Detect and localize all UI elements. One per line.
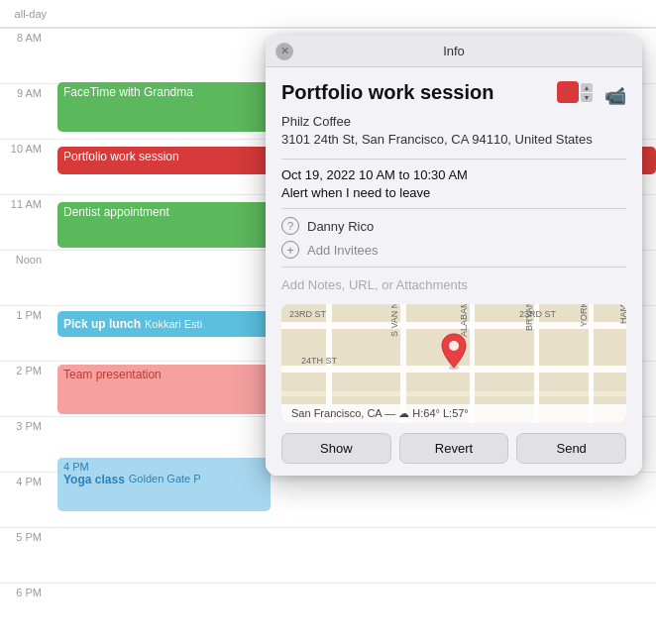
event-yoga-label: Yoga class bbox=[63, 473, 125, 486]
svg-point-11 bbox=[449, 341, 459, 351]
popup-header-label: Info bbox=[443, 44, 465, 58]
svg-rect-1 bbox=[281, 322, 626, 329]
time-label-5pm: 5 PM bbox=[0, 531, 50, 543]
time-label-6pm: 6 PM bbox=[0, 587, 50, 598]
map-label-van-ness: S VAN NES bbox=[389, 304, 399, 337]
time-row-6pm: 6 PM bbox=[0, 583, 656, 638]
event-dentist-label: Dentist appointment bbox=[63, 205, 169, 219]
popup-actions: ▲ ▼ 📹 bbox=[557, 81, 626, 107]
stepper-arrows[interactable]: ▲ ▼ bbox=[581, 83, 593, 102]
popup-close-button[interactable]: ✕ bbox=[275, 43, 293, 60]
add-invitees-icon: + bbox=[281, 241, 299, 259]
all-day-label: all-day bbox=[0, 8, 55, 20]
revert-button[interactable]: Revert bbox=[399, 433, 509, 464]
event-dentist[interactable]: Dentist appointment bbox=[57, 202, 271, 248]
popup-footer: Show Revert Send bbox=[266, 423, 642, 476]
map-label-bryant: BRYANT ST bbox=[524, 304, 534, 331]
event-team[interactable]: Team presentation bbox=[57, 365, 271, 414]
location-address: 3101 24th St, San Francisco, CA 94110, U… bbox=[281, 131, 593, 149]
location-name: Philz Coffee bbox=[281, 113, 593, 131]
send-button[interactable]: Send bbox=[516, 433, 626, 464]
divider-1 bbox=[281, 159, 626, 160]
popup-body: Portfolio work session ▲ ▼ 📹 Philz Coffe… bbox=[266, 67, 642, 423]
time-label-1pm: 1 PM bbox=[0, 309, 50, 321]
map-pin bbox=[440, 332, 468, 374]
alert-row: Alert when I need to leave bbox=[281, 185, 626, 200]
datetime-row: Oct 19, 2022 10 AM to 10:30 AM bbox=[281, 167, 626, 182]
time-label-noon: Noon bbox=[0, 254, 50, 266]
event-color-swatch bbox=[557, 81, 579, 103]
event-yoga-sublabel: Golden Gate P bbox=[129, 473, 201, 486]
time-label-8am: 8 AM bbox=[0, 32, 50, 44]
map-label-23rd-left: 23RD ST bbox=[289, 309, 326, 319]
add-invitees-row[interactable]: + Add Invitees bbox=[281, 241, 626, 259]
event-lunch-label: Pick up lunch bbox=[63, 317, 141, 331]
color-stepper[interactable]: ▲ ▼ bbox=[557, 81, 593, 103]
event-4pm-label: 4 PM bbox=[63, 461, 265, 473]
time-row-5pm: 5 PM bbox=[0, 527, 656, 583]
map-background: 23RD ST 24TH ST 23RD ST S VAN NES ALABAM… bbox=[281, 304, 626, 423]
location-text: Philz Coffee 3101 24th St, San Francisco… bbox=[281, 113, 593, 149]
event-team-label: Team presentation bbox=[63, 368, 162, 381]
popup-title: Portfolio work session bbox=[281, 81, 557, 104]
event-lunch-sublabel: Kokkari Esti bbox=[145, 318, 202, 330]
stepper-up[interactable]: ▲ bbox=[581, 83, 593, 92]
time-label-9am: 9 AM bbox=[0, 87, 50, 99]
organizer-name: Danny Rico bbox=[307, 219, 374, 234]
time-label-2pm: 2 PM bbox=[0, 365, 50, 376]
all-day-row: all-day bbox=[0, 0, 656, 28]
time-label-4pm: 4 PM bbox=[0, 476, 50, 487]
stepper-down[interactable]: ▼ bbox=[581, 93, 593, 102]
time-label-10am: 10 AM bbox=[0, 143, 50, 155]
divider-3 bbox=[281, 267, 626, 268]
map-container[interactable]: 23RD ST 24TH ST 23RD ST S VAN NES ALABAM… bbox=[281, 304, 626, 423]
time-label-11am: 11 AM bbox=[0, 198, 50, 210]
event-lunch[interactable]: Pick up lunch Kokkari Esti bbox=[57, 311, 271, 337]
map-label-york: YORK ST bbox=[579, 304, 589, 327]
map-label-24th: 24TH ST bbox=[301, 356, 337, 366]
svg-rect-3 bbox=[281, 391, 626, 396]
location-pin-icon bbox=[440, 332, 468, 370]
map-weather-text: San Francisco, CA — ☁ H:64° L:57° bbox=[291, 407, 469, 420]
location-block: Philz Coffee 3101 24th St, San Francisco… bbox=[281, 113, 626, 149]
show-button[interactable]: Show bbox=[281, 433, 391, 464]
notes-placeholder[interactable]: Add Notes, URL, or Attachments bbox=[281, 275, 626, 294]
popup-title-row: Portfolio work session ▲ ▼ 📹 bbox=[281, 81, 626, 107]
event-portfolio-label: Portfolio work session bbox=[63, 150, 179, 163]
info-popup: ✕ Info Portfolio work session ▲ ▼ 📹 Phil… bbox=[266, 36, 642, 476]
organizer-icon: ? bbox=[281, 217, 299, 235]
event-yoga[interactable]: 4 PM Yoga class Golden Gate P bbox=[57, 458, 271, 511]
add-invitees-label: Add Invitees bbox=[307, 243, 379, 258]
event-portfolio[interactable]: Portfolio work session bbox=[57, 147, 287, 174]
organizer-row: ? Danny Rico bbox=[281, 217, 626, 235]
event-yoga-row: Yoga class Golden Gate P bbox=[63, 473, 265, 486]
event-facetime-label: FaceTime with Grandma bbox=[63, 85, 193, 99]
video-call-icon[interactable]: 📹 bbox=[604, 85, 626, 107]
map-weather-bar: San Francisco, CA — ☁ H:64° L:57° bbox=[281, 404, 626, 423]
map-label-ham: HAM bbox=[618, 304, 626, 324]
popup-header: ✕ Info bbox=[266, 36, 642, 67]
event-facetime[interactable]: FaceTime with Grandma bbox=[57, 82, 271, 132]
time-label-3pm: 3 PM bbox=[0, 420, 50, 432]
divider-2 bbox=[281, 208, 626, 209]
